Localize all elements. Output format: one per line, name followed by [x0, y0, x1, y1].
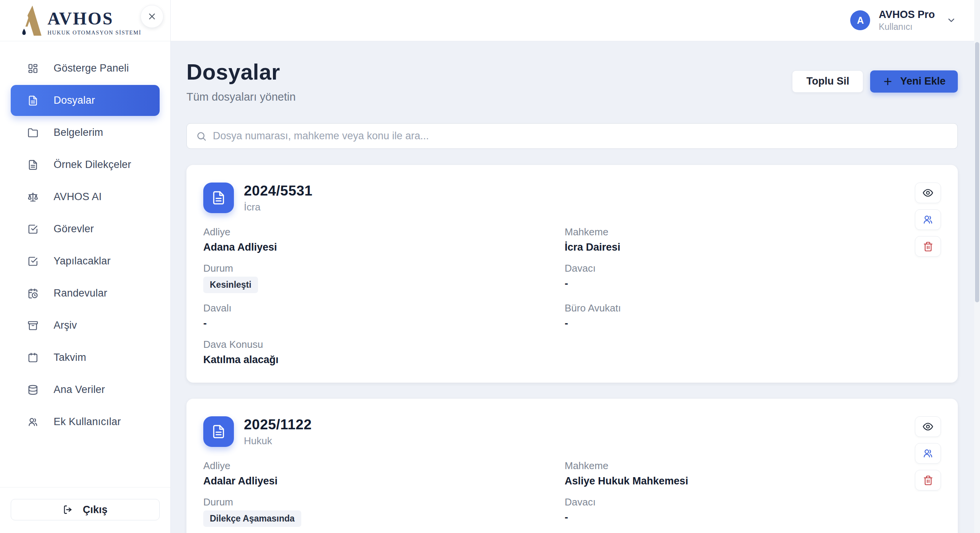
trash-icon [923, 475, 933, 486]
field-label: Durum [203, 496, 565, 508]
sidebar-item-ornek-dilekceler[interactable]: Örnek Dilekçeler [11, 149, 160, 180]
sidebar-item-label: Arşiv [54, 319, 77, 331]
sidebar: AVHOS HUKUK OTOMASYON SİSTEMİ Gösterge P… [0, 0, 171, 533]
scales-icon [28, 192, 38, 202]
bulk-delete-button[interactable]: Toplu Sil [792, 70, 863, 93]
status-badge: Kesinleşti [203, 277, 258, 293]
field-davaci: Davacı - [565, 262, 941, 293]
eye-icon [923, 421, 933, 432]
field-value: - [565, 318, 941, 329]
field-label: Dava Konusu [203, 339, 565, 350]
sidebar-item-label: AVHOS AI [54, 191, 102, 203]
sidebar-close-button[interactable] [140, 5, 163, 28]
field-label: Adliye [203, 226, 565, 238]
field-davali: Davalı - [203, 302, 565, 329]
archive-icon [28, 320, 38, 331]
field-durum: Durum Kesinleşti [203, 262, 565, 293]
brand-tagline: HUKUK OTOMASYON SİSTEMİ [47, 30, 141, 36]
assign-users-button[interactable] [915, 443, 941, 464]
sidebar-item-ek-kullanicilar[interactable]: Ek Kullanıcılar [11, 406, 160, 437]
users-icon [923, 214, 933, 225]
case-type: Hukuk [244, 435, 312, 447]
field-value: - [565, 278, 941, 290]
page-title: Dosyalar [186, 59, 296, 85]
case-number: 2025/1122 [244, 417, 312, 433]
brand-name: AVHOS [47, 10, 141, 28]
eye-icon [923, 187, 933, 198]
field-label: Davacı [565, 262, 941, 274]
status-badge: Dilekçe Aşamasında [203, 510, 301, 527]
plus-icon [882, 76, 893, 87]
check-square-icon [28, 256, 38, 267]
scrollbar [974, 0, 980, 533]
field-adliye: Adliye Adana Adliyesi [203, 226, 565, 253]
field-value: Adana Adliyesi [203, 241, 565, 253]
add-new-button[interactable]: Yeni Ekle [870, 70, 958, 93]
field-label: Durum [203, 262, 565, 274]
sidebar-header: AVHOS HUKUK OTOMASYON SİSTEMİ [0, 0, 170, 41]
case-number: 2024/5531 [244, 183, 312, 199]
database-icon [28, 385, 38, 395]
field-value: Adalar Adliyesi [203, 475, 565, 487]
user-role: Kullanıcı [879, 22, 935, 32]
view-case-button[interactable] [915, 183, 941, 203]
case-file-icon [203, 183, 234, 213]
case-actions [915, 183, 941, 257]
case-type: İcra [244, 201, 312, 213]
file-text-icon [28, 95, 38, 106]
brand-logo-mark-icon [20, 5, 42, 36]
sidebar-item-belgelerim[interactable]: Belgelerim [11, 117, 160, 148]
sidebar-item-label: Gösterge Paneli [54, 62, 129, 74]
sidebar-item-ana-veriler[interactable]: Ana Veriler [11, 374, 160, 405]
logout-label: Çıkış [83, 504, 108, 516]
sidebar-item-arsiv[interactable]: Arşiv [11, 310, 160, 341]
field-durum: Durum Dilekçe Aşamasında [203, 496, 565, 527]
sidebar-item-yapilacaklar[interactable]: Yapılacaklar [11, 246, 160, 277]
page-subtitle: Tüm dosyaları yönetin [186, 91, 296, 103]
folder-icon [28, 127, 38, 138]
field-buro-avukati: Büro Avukatı - [565, 302, 941, 329]
sidebar-item-label: Örnek Dilekçeler [54, 159, 131, 171]
sidebar-item-takvim[interactable]: Takvim [11, 342, 160, 373]
sidebar-item-label: Dosyalar [54, 95, 95, 106]
view-case-button[interactable] [915, 416, 941, 437]
sidebar-item-dosyalar[interactable]: Dosyalar [11, 85, 160, 116]
brand-text: AVHOS HUKUK OTOMASYON SİSTEMİ [47, 10, 141, 36]
page-title-block: Dosyalar Tüm dosyaları yönetin [186, 59, 296, 103]
assign-users-button[interactable] [915, 209, 941, 230]
case-card-header: 2025/1122 Hukuk [203, 416, 941, 447]
file-text-icon [211, 424, 226, 439]
delete-case-button[interactable] [915, 470, 941, 491]
scrollbar-thumb[interactable] [975, 42, 979, 302]
user-menu[interactable]: A AVHOS Pro Kullanıcı [850, 9, 956, 32]
case-fields: Adliye Adalar Adliyesi Mahkeme Asliye Hu… [203, 460, 941, 533]
field-label: Mahkeme [565, 460, 941, 472]
sidebar-item-gorevler[interactable]: Görevler [11, 214, 160, 244]
user-name: AVHOS Pro [879, 9, 935, 21]
main-content: Dosyalar Tüm dosyaları yönetin Toplu Sil… [171, 41, 980, 533]
page-header: Dosyalar Tüm dosyaları yönetin Toplu Sil… [186, 59, 958, 103]
case-card: 2025/1122 Hukuk Adliye Adalar Adliyesi M… [186, 399, 958, 533]
case-card: 2024/5531 İcra Adliye Adana Adliyesi Mah… [186, 165, 958, 383]
chevron-down-icon [946, 15, 956, 25]
calendar-clock-icon [28, 288, 38, 299]
sidebar-item-label: Belgelerim [54, 127, 103, 139]
sidebar-item-avhos-ai[interactable]: AVHOS AI [11, 181, 160, 212]
search-bar [186, 123, 958, 149]
field-value: Asliye Hukuk Mahkemesi [565, 475, 941, 487]
field-label: Davalı [203, 302, 565, 314]
field-value: - [203, 318, 565, 329]
case-actions [915, 416, 941, 491]
calendar-icon [28, 352, 38, 363]
avatar: A [850, 10, 870, 30]
field-dava-konusu: Dava Konusu Katılma alacağı [203, 339, 565, 366]
delete-case-button[interactable] [915, 236, 941, 257]
sidebar-item-label: Randevular [54, 287, 107, 299]
sidebar-item-randevular[interactable]: Randevular [11, 278, 160, 309]
logout-button[interactable]: Çıkış [11, 499, 160, 520]
logout-icon [63, 505, 73, 515]
field-label: Büro Avukatı [565, 302, 941, 314]
search-input[interactable] [213, 130, 948, 142]
sidebar-item-gosterge-paneli[interactable]: Gösterge Paneli [11, 53, 160, 84]
field-label: Davacı [565, 496, 941, 508]
